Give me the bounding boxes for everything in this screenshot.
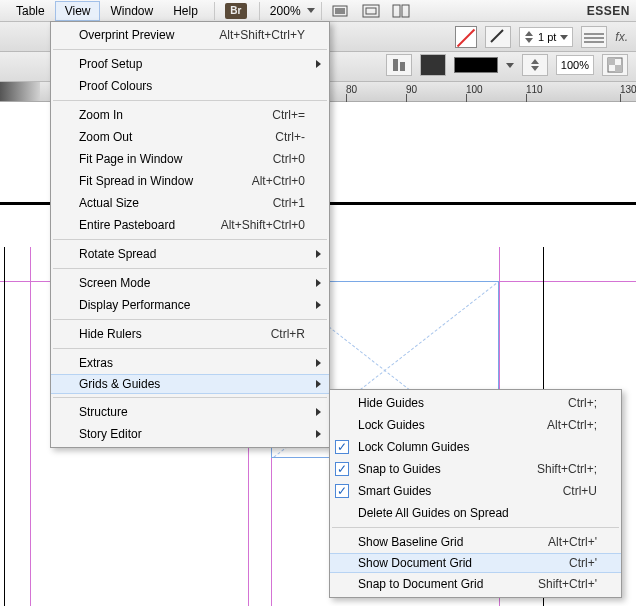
- view-options-icon[interactable]: [329, 2, 353, 20]
- stroke-style-icon[interactable]: [581, 26, 607, 48]
- menu-separator: [53, 100, 327, 101]
- menu-item-label: Actual Size: [79, 196, 273, 210]
- view-item-zoom-out[interactable]: Zoom OutCtrl+-: [51, 126, 329, 148]
- stroke-toggle-icon[interactable]: [485, 26, 511, 48]
- zoom-level-dropdown[interactable]: 200%: [270, 4, 315, 18]
- svg-rect-12: [608, 58, 615, 65]
- menu-item-label: Snap to Document Grid: [358, 577, 538, 591]
- grids-item-lock-guides[interactable]: Lock GuidesAlt+Ctrl+;: [330, 414, 621, 436]
- menu-item-label: Hide Guides: [358, 396, 568, 410]
- menu-item-label: Show Document Grid: [358, 556, 569, 570]
- menu-item-label: Extras: [79, 356, 305, 370]
- grids-item-snap-to-document-grid[interactable]: Snap to Document GridShift+Ctrl+': [330, 573, 621, 595]
- view-item-overprint-preview[interactable]: Overprint PreviewAlt+Shift+Ctrl+Y: [51, 24, 329, 46]
- menu-item-label: Zoom In: [79, 108, 272, 122]
- view-item-fit-spread-in-window[interactable]: Fit Spread in WindowAlt+Ctrl+0: [51, 170, 329, 192]
- menu-item-label: Lock Guides: [358, 418, 547, 432]
- menu-view[interactable]: View: [55, 1, 101, 21]
- ruler-origin: [0, 82, 40, 101]
- ruler-tick: 110: [526, 84, 543, 95]
- menu-shortcut: Shift+Ctrl+;: [537, 462, 597, 476]
- svg-rect-1: [335, 8, 345, 14]
- submenu-arrow-icon: [316, 380, 321, 388]
- menu-window[interactable]: Window: [100, 1, 163, 21]
- separator: [259, 2, 260, 20]
- grids-item-show-document-grid[interactable]: Show Document GridCtrl+': [330, 553, 621, 573]
- arrange-documents-icon[interactable]: [389, 2, 413, 20]
- svg-rect-10: [400, 62, 405, 71]
- ruler-tick: 90: [406, 84, 417, 95]
- menu-item-label: Entire Pasteboard: [79, 218, 221, 232]
- color-swatch-black[interactable]: [454, 57, 498, 73]
- view-item-hide-rulers[interactable]: Hide RulersCtrl+R: [51, 323, 329, 345]
- view-item-entire-pasteboard[interactable]: Entire PasteboardAlt+Shift+Ctrl+0: [51, 214, 329, 236]
- menu-shortcut: Alt+Ctrl+0: [252, 174, 305, 188]
- menu-shortcut: Ctrl+R: [271, 327, 305, 341]
- menu-separator: [53, 268, 327, 269]
- submenu-arrow-icon: [316, 408, 321, 416]
- chevron-down-icon: [506, 63, 514, 68]
- view-item-proof-colours[interactable]: Proof Colours: [51, 75, 329, 97]
- menu-help[interactable]: Help: [163, 1, 208, 21]
- menu-shortcut: Ctrl+-: [275, 130, 305, 144]
- grids-item-delete-all-guides-on-spread[interactable]: Delete All Guides on Spread: [330, 502, 621, 524]
- submenu-arrow-icon: [316, 430, 321, 438]
- fill-swatch[interactable]: [420, 54, 446, 76]
- submenu-arrow-icon: [316, 250, 321, 258]
- stroke-weight-field[interactable]: 1 pt: [519, 27, 573, 47]
- grids-item-hide-guides[interactable]: Hide GuidesCtrl+;: [330, 392, 621, 414]
- menu-shortcut: Shift+Ctrl+': [538, 577, 597, 591]
- chevron-down-icon: [307, 8, 315, 13]
- menu-separator: [332, 527, 619, 528]
- grids-item-show-baseline-grid[interactable]: Show Baseline GridAlt+Ctrl+': [330, 531, 621, 553]
- workspace-label[interactable]: ESSEN: [587, 4, 636, 18]
- bridge-button[interactable]: Br: [225, 3, 247, 19]
- view-item-rotate-spread[interactable]: Rotate Spread: [51, 243, 329, 265]
- view-item-zoom-in[interactable]: Zoom InCtrl+=: [51, 104, 329, 126]
- tint-stepper-icon[interactable]: [522, 54, 548, 76]
- menu-table[interactable]: Table: [6, 1, 55, 21]
- screen-mode-icon[interactable]: [359, 2, 383, 20]
- submenu-arrow-icon: [316, 301, 321, 309]
- check-icon: ✓: [335, 440, 349, 454]
- menu-item-label: Delete All Guides on Spread: [358, 506, 597, 520]
- svg-rect-5: [402, 5, 409, 17]
- menu-item-label: Display Performance: [79, 298, 305, 312]
- stepper-icon: [524, 30, 534, 44]
- effects-button[interactable]: fx.: [615, 30, 628, 44]
- grids-item-smart-guides[interactable]: ✓Smart GuidesCtrl+U: [330, 480, 621, 502]
- view-item-grids-guides[interactable]: Grids & Guides: [51, 374, 329, 394]
- view-item-screen-mode[interactable]: Screen Mode: [51, 272, 329, 294]
- view-item-actual-size[interactable]: Actual SizeCtrl+1: [51, 192, 329, 214]
- menu-shortcut: Ctrl+0: [273, 152, 305, 166]
- svg-rect-2: [363, 5, 379, 17]
- menu-shortcut: Ctrl+': [569, 556, 597, 570]
- menu-separator: [53, 397, 327, 398]
- view-item-fit-page-in-window[interactable]: Fit Page in WindowCtrl+0: [51, 148, 329, 170]
- view-item-display-performance[interactable]: Display Performance: [51, 294, 329, 316]
- view-item-proof-setup[interactable]: Proof Setup: [51, 53, 329, 75]
- submenu-arrow-icon: [316, 279, 321, 287]
- view-item-story-editor[interactable]: Story Editor: [51, 423, 329, 445]
- tint-value: 100%: [561, 59, 589, 71]
- no-fill-swatch[interactable]: [455, 26, 477, 48]
- view-item-structure[interactable]: Structure: [51, 401, 329, 423]
- grids-item-lock-column-guides[interactable]: ✓Lock Column Guides: [330, 436, 621, 458]
- menu-item-label: Fit Spread in Window: [79, 174, 252, 188]
- menu-separator: [53, 319, 327, 320]
- ruler-tick: 80: [346, 84, 357, 95]
- menu-separator: [53, 239, 327, 240]
- submenu-arrow-icon: [316, 359, 321, 367]
- menu-shortcut: Ctrl+;: [568, 396, 597, 410]
- separator: [321, 2, 322, 20]
- svg-rect-9: [393, 59, 398, 71]
- grids-item-snap-to-guides[interactable]: ✓Snap to GuidesShift+Ctrl+;: [330, 458, 621, 480]
- opacity-icon[interactable]: [602, 54, 628, 76]
- menu-item-label: Smart Guides: [358, 484, 563, 498]
- menu-shortcut: Ctrl+1: [273, 196, 305, 210]
- tint-field[interactable]: 100%: [556, 55, 594, 75]
- menu-item-label: Grids & Guides: [79, 377, 305, 391]
- view-item-extras[interactable]: Extras: [51, 352, 329, 374]
- align-icon[interactable]: [386, 54, 412, 76]
- menu-item-label: Proof Setup: [79, 57, 305, 71]
